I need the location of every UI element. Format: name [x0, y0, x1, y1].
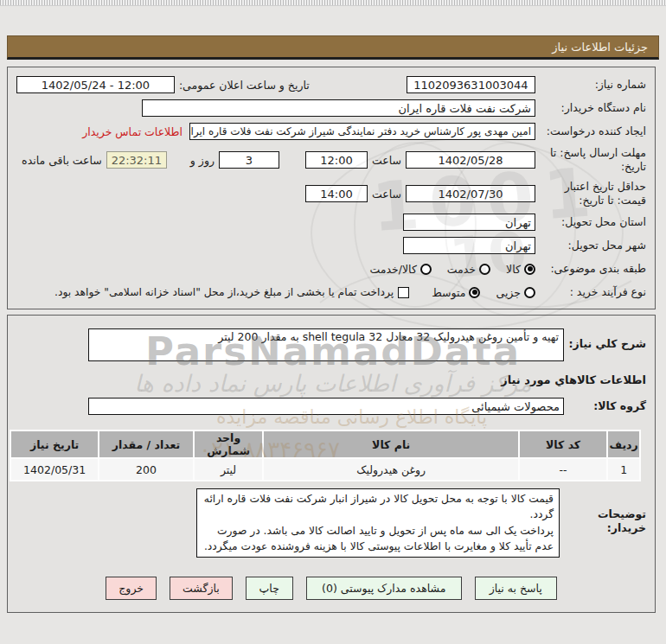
price-validity-label-line1: حداقل تاریخ اعتبار [565, 180, 646, 193]
radio-goods-service[interactable] [420, 264, 432, 275]
radio-medium[interactable] [469, 287, 480, 298]
goods-group-field[interactable]: محصولات شیمیائی [88, 398, 564, 415]
need-number-label: شماره نیاز: [535, 78, 646, 92]
request-creator-field[interactable]: امین مهدی پور کارشناس خرید دفتر نمایندگی… [189, 123, 535, 140]
page-title: جزئیات اطلاعات نیاز [552, 41, 648, 54]
col-need-date: تاریخ نیاز [11, 431, 98, 457]
cell-need-date: 1402/05/31 [11, 459, 98, 480]
page-title-bar: جزئیات اطلاعات نیاز [7, 35, 659, 60]
radio-service-label: خدمت [447, 263, 476, 276]
radio-medium-label: متوسط [432, 286, 465, 299]
response-deadline-label-line1: مهلت ارسال پاسخ: تا [550, 146, 646, 159]
row-goods-group: گروه كالا: محصولات شیمیائی [8, 397, 655, 416]
response-deadline-label-line2: تاریخ: [621, 160, 646, 173]
col-row-number: ردیف [608, 431, 639, 457]
buyer-contact-link[interactable]: اطلاعات تماس خریدار [82, 125, 183, 138]
radio-service[interactable] [479, 264, 490, 275]
delivery-province-field[interactable]: تهران [403, 214, 535, 231]
classification-label: طبقه بندی موضوعی: [535, 262, 646, 276]
price-validity-time-label: ساعت [372, 188, 401, 201]
row-need-number: شماره نیاز: 1102093631003044 تاریخ و ساع… [8, 75, 655, 94]
cell-unit: لیتر [195, 459, 263, 480]
col-goods-code: کد کالا [520, 431, 606, 457]
price-validity-label-line2: قیمت: تا تاریخ: [579, 194, 646, 207]
delivery-province-label: استان محل تحویل: [535, 215, 646, 229]
row-delivery-city: شهر محل تحویل: تهران [8, 236, 655, 255]
view-attachments-button[interactable]: مشاهده مدارک پیوستی (0) [306, 577, 462, 600]
radio-goods[interactable] [524, 264, 535, 275]
price-validity-time-field[interactable]: 14:00 [305, 185, 368, 202]
response-deadline-label: مهلت ارسال پاسخ: تا تاریخ: [535, 146, 646, 175]
response-deadline-time-field[interactable]: 12:00 [305, 151, 368, 169]
buyer-notes-line-2: پرداخت یک الی سه ماه پس از تحویل و تایید… [202, 523, 554, 555]
need-info-section: شماره نیاز: 1102093631003044 تاریخ و ساع… [7, 67, 656, 309]
countdown-timer: 22:32:11 [106, 151, 167, 169]
radio-partial[interactable] [524, 287, 535, 298]
row-purchase-process: نوع فرآیند خرید : جزیی متوسط پرداخت تمام… [8, 283, 655, 302]
response-deadline-date-field[interactable]: 1402/05/28 [406, 151, 535, 169]
request-creator-label: ایجاد کننده درخواست: [535, 124, 646, 138]
treasury-docs-checkbox-label: پرداخت تمام یا بخشی از مبلغ خرید،از محل … [54, 286, 394, 298]
purchase-process-label: نوع فرآیند خرید : [535, 285, 646, 299]
general-desc-field[interactable]: تهیه و تأمین روغن هیدرولیک 32 معادل shel… [88, 328, 564, 361]
row-classification: طبقه بندی موضوعی: کالا خدمت کالا/خدمت [8, 259, 655, 278]
cell-goods-name: روغن هیدرولیک [264, 459, 518, 480]
row-response-deadline: مهلت ارسال پاسخ: تا تاریخ: 1402/05/28 سا… [8, 145, 655, 175]
announce-datetime-label: تاریخ و ساعت اعلان عمومی: [179, 79, 310, 92]
price-validity-date-field[interactable]: 1402/07/30 [406, 185, 535, 202]
col-quantity: تعداد / مقدار [99, 431, 192, 457]
treasury-docs-checkbox[interactable] [398, 287, 409, 298]
buyer-name-label: نام دستگاه خریدار: [535, 101, 646, 115]
row-price-validity: حداقل تاریخ اعتبار قیمت: تا تاریخ: 1402/… [8, 179, 655, 208]
radio-partial-label: جزیی [496, 286, 521, 299]
need-number-field[interactable]: 1102093631003044 [407, 76, 535, 93]
countdown-label: ساعت باقی مانده [22, 154, 102, 167]
goods-group-label: گروه كالا: [564, 399, 646, 413]
remaining-days-label: روز و [190, 154, 215, 167]
remaining-days-field[interactable]: 3 [219, 151, 279, 169]
print-button[interactable]: چاپ [246, 577, 293, 600]
row-buyer-name: نام دستگاه خریدار: شرکت نفت فلات قاره ای… [8, 99, 655, 118]
announce-datetime-field[interactable]: 1402/05/24 - 12:00 [16, 76, 175, 93]
respond-to-need-button[interactable]: پاسخ به نیاز [475, 577, 557, 600]
radio-goods-label: کالا [506, 263, 521, 276]
delivery-city-field[interactable]: تهران [403, 237, 535, 254]
top-texture-strip [0, 0, 666, 6]
general-desc-label: شرح كلي نياز: [564, 337, 646, 351]
cell-row-number: 1 [608, 459, 639, 480]
buyer-notes-line-1: قیمت کالا با توجه به محل تحویل کالا در ش… [202, 491, 554, 523]
exit-button[interactable]: خروج [106, 577, 157, 600]
goods-details-section: شرح كلي نياز: تهیه و تأمین روغن هیدرولیک… [7, 315, 656, 613]
goods-table: ردیف کد کالا نام کالا واحد شمارش تعداد /… [10, 430, 641, 481]
col-goods-name: نام کالا [264, 431, 518, 457]
need-details-page: جزئیات اطلاعات نیاز شماره نیاز: 11020936… [0, 0, 666, 644]
price-validity-label: حداقل تاریخ اعتبار قیمت: تا تاریخ: [535, 180, 646, 208]
row-general-desc: شرح كلي نياز: تهیه و تأمین روغن هیدرولیک… [8, 328, 655, 361]
cell-goods-code: -- [520, 459, 606, 480]
goods-table-header-row: ردیف کد کالا نام کالا واحد شمارش تعداد /… [11, 431, 639, 457]
action-buttons: پاسخ به نیاز مشاهده مدارک پیوستی (0) چاپ… [8, 577, 655, 600]
col-unit: واحد شمارش [195, 431, 263, 457]
goods-table-row: 1 -- روغن هیدرولیک لیتر 200 1402/05/31 [11, 459, 639, 480]
buyer-notes-field[interactable]: قیمت کالا با توجه به محل تحویل کالا در ش… [196, 488, 560, 558]
radio-goods-service-label: کالا/خدمت [369, 263, 416, 276]
buyer-name-field[interactable]: شرکت نفت فلات قاره ایران [142, 99, 535, 117]
back-button[interactable]: بازگشت [170, 577, 233, 600]
cell-quantity: 200 [99, 459, 192, 480]
row-request-creator: ایجاد کننده درخواست: امین مهدی پور کارشن… [8, 122, 655, 141]
response-deadline-time-label: ساعت [372, 154, 401, 167]
row-delivery-province: استان محل تحویل: تهران [8, 213, 655, 232]
buyer-notes-label: توضيحات خريدار: [560, 507, 646, 534]
row-buyer-notes: توضيحات خريدار: قیمت کالا با توجه به محل… [8, 488, 655, 558]
goods-info-heading: اطلاعات كالاهاي مورد نياز [8, 373, 655, 386]
delivery-city-label: شهر محل تحویل: [535, 239, 646, 252]
